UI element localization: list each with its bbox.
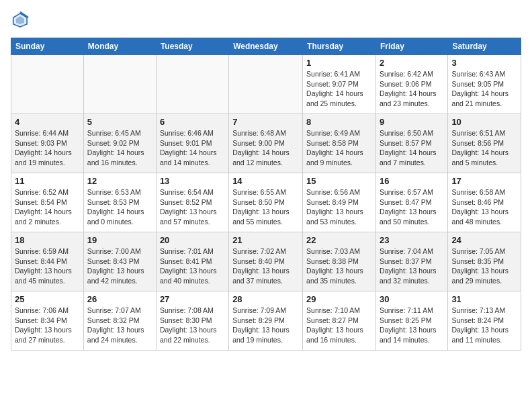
- day-info: Sunrise: 7:06 AM Sunset: 8:34 PM Dayligh…: [15, 306, 80, 345]
- day-number: 16: [380, 176, 444, 186]
- day-number: 3: [451, 58, 517, 68]
- calendar-cell-28: 24Sunrise: 7:05 AM Sunset: 8:35 PM Dayli…: [448, 232, 521, 291]
- day-info: Sunrise: 6:56 AM Sunset: 8:49 PM Dayligh…: [306, 187, 372, 227]
- day-info: Sunrise: 6:48 AM Sunset: 9:00 PM Dayligh…: [232, 128, 299, 168]
- day-info: Sunrise: 6:55 AM Sunset: 8:50 PM Dayligh…: [232, 187, 299, 227]
- calendar-cell-27: 23Sunrise: 7:04 AM Sunset: 8:37 PM Dayli…: [375, 232, 447, 291]
- day-info: Sunrise: 6:42 AM Sunset: 9:06 PM Dayligh…: [380, 69, 444, 109]
- weekday-header-tuesday: Tuesday: [156, 38, 228, 55]
- day-number: 5: [87, 117, 152, 127]
- calendar-cell-17: 13Sunrise: 6:54 AM Sunset: 8:52 PM Dayli…: [156, 173, 228, 232]
- day-info: Sunrise: 7:05 AM Sunset: 8:35 PM Dayligh…: [451, 246, 517, 286]
- day-number: 28: [232, 294, 299, 304]
- weekday-header-friday: Friday: [375, 38, 447, 55]
- day-number: 4: [15, 117, 80, 127]
- calendar-cell-3: [156, 55, 228, 114]
- calendar-table: SundayMondayTuesdayWednesdayThursdayFrid…: [11, 38, 521, 351]
- day-info: Sunrise: 7:10 AM Sunset: 8:27 PM Dayligh…: [306, 306, 372, 345]
- day-number: 15: [306, 176, 372, 186]
- day-number: 20: [160, 235, 225, 245]
- calendar-cell-11: 7Sunrise: 6:48 AM Sunset: 9:00 PM Daylig…: [229, 114, 303, 173]
- calendar-cell-20: 16Sunrise: 6:57 AM Sunset: 8:47 PM Dayli…: [375, 173, 447, 232]
- day-number: 25: [15, 294, 80, 304]
- calendar-cell-9: 5Sunrise: 6:45 AM Sunset: 9:02 PM Daylig…: [83, 114, 156, 173]
- calendar-cell-21: 17Sunrise: 6:58 AM Sunset: 8:46 PM Dayli…: [448, 173, 521, 232]
- calendar-cell-14: 10Sunrise: 6:51 AM Sunset: 8:56 PM Dayli…: [448, 114, 521, 173]
- weekday-header-row: SundayMondayTuesdayWednesdayThursdayFrid…: [11, 38, 521, 55]
- day-info: Sunrise: 6:51 AM Sunset: 8:56 PM Dayligh…: [451, 128, 517, 168]
- day-info: Sunrise: 7:00 AM Sunset: 8:43 PM Dayligh…: [87, 246, 152, 286]
- day-number: 19: [87, 235, 152, 245]
- day-info: Sunrise: 6:45 AM Sunset: 9:02 PM Dayligh…: [87, 128, 152, 168]
- calendar-cell-33: 29Sunrise: 7:10 AM Sunset: 8:27 PM Dayli…: [303, 291, 376, 351]
- day-info: Sunrise: 7:09 AM Sunset: 8:29 PM Dayligh…: [232, 306, 299, 345]
- calendar-week-1: 1Sunrise: 6:41 AM Sunset: 9:07 PM Daylig…: [11, 55, 521, 114]
- logo-icon: [11, 11, 30, 30]
- day-number: 22: [306, 235, 372, 245]
- calendar-cell-7: 3Sunrise: 6:43 AM Sunset: 9:05 PM Daylig…: [448, 55, 521, 114]
- day-number: 10: [451, 117, 517, 127]
- day-info: Sunrise: 7:01 AM Sunset: 8:41 PM Dayligh…: [160, 246, 225, 286]
- day-number: 17: [451, 176, 517, 186]
- day-number: 7: [232, 117, 299, 127]
- day-number: 14: [232, 176, 299, 186]
- calendar-cell-26: 22Sunrise: 7:03 AM Sunset: 8:38 PM Dayli…: [303, 232, 376, 291]
- day-number: 1: [306, 58, 372, 68]
- day-info: Sunrise: 7:03 AM Sunset: 8:38 PM Dayligh…: [306, 246, 372, 286]
- day-info: Sunrise: 6:46 AM Sunset: 9:01 PM Dayligh…: [160, 128, 225, 168]
- calendar-cell-2: [83, 55, 156, 114]
- calendar-cell-22: 18Sunrise: 6:59 AM Sunset: 8:44 PM Dayli…: [11, 232, 84, 291]
- weekday-header-thursday: Thursday: [303, 38, 376, 55]
- calendar-cell-30: 26Sunrise: 7:07 AM Sunset: 8:32 PM Dayli…: [83, 291, 156, 351]
- day-info: Sunrise: 6:44 AM Sunset: 9:03 PM Dayligh…: [15, 128, 80, 168]
- day-number: 21: [232, 235, 299, 245]
- day-number: 23: [380, 235, 444, 245]
- weekday-header-wednesday: Wednesday: [229, 38, 303, 55]
- calendar-cell-19: 15Sunrise: 6:56 AM Sunset: 8:49 PM Dayli…: [303, 173, 376, 232]
- calendar-week-2: 4Sunrise: 6:44 AM Sunset: 9:03 PM Daylig…: [11, 114, 521, 173]
- calendar-cell-24: 20Sunrise: 7:01 AM Sunset: 8:41 PM Dayli…: [156, 232, 228, 291]
- day-number: 13: [160, 176, 225, 186]
- page-header: [11, 11, 521, 30]
- day-info: Sunrise: 6:41 AM Sunset: 9:07 PM Dayligh…: [306, 69, 372, 109]
- day-number: 12: [87, 176, 152, 186]
- calendar-cell-6: 2Sunrise: 6:42 AM Sunset: 9:06 PM Daylig…: [375, 55, 447, 114]
- calendar-cell-34: 30Sunrise: 7:11 AM Sunset: 8:25 PM Dayli…: [375, 291, 447, 351]
- calendar-cell-12: 8Sunrise: 6:49 AM Sunset: 8:58 PM Daylig…: [303, 114, 376, 173]
- calendar-cell-1: [11, 55, 84, 114]
- day-info: Sunrise: 7:11 AM Sunset: 8:25 PM Dayligh…: [380, 306, 444, 345]
- day-info: Sunrise: 6:58 AM Sunset: 8:46 PM Dayligh…: [451, 187, 517, 227]
- day-info: Sunrise: 6:43 AM Sunset: 9:05 PM Dayligh…: [451, 69, 517, 109]
- day-number: 29: [306, 294, 372, 304]
- day-number: 8: [306, 117, 372, 127]
- day-number: 2: [380, 58, 444, 68]
- day-number: 31: [451, 294, 517, 304]
- calendar-body: 1Sunrise: 6:41 AM Sunset: 9:07 PM Daylig…: [11, 55, 521, 351]
- day-info: Sunrise: 6:54 AM Sunset: 8:52 PM Dayligh…: [160, 187, 225, 227]
- weekday-header-monday: Monday: [83, 38, 156, 55]
- day-info: Sunrise: 6:52 AM Sunset: 8:54 PM Dayligh…: [15, 187, 80, 227]
- day-info: Sunrise: 6:57 AM Sunset: 8:47 PM Dayligh…: [380, 187, 444, 227]
- day-info: Sunrise: 7:08 AM Sunset: 8:30 PM Dayligh…: [160, 306, 225, 345]
- calendar-cell-10: 6Sunrise: 6:46 AM Sunset: 9:01 PM Daylig…: [156, 114, 228, 173]
- day-info: Sunrise: 6:49 AM Sunset: 8:58 PM Dayligh…: [306, 128, 372, 168]
- calendar-cell-13: 9Sunrise: 6:50 AM Sunset: 8:57 PM Daylig…: [375, 114, 447, 173]
- weekday-header-sunday: Sunday: [11, 38, 84, 55]
- day-number: 27: [160, 294, 225, 304]
- calendar-cell-15: 11Sunrise: 6:52 AM Sunset: 8:54 PM Dayli…: [11, 173, 84, 232]
- calendar-cell-25: 21Sunrise: 7:02 AM Sunset: 8:40 PM Dayli…: [229, 232, 303, 291]
- calendar-week-5: 25Sunrise: 7:06 AM Sunset: 8:34 PM Dayli…: [11, 291, 521, 351]
- calendar-cell-5: 1Sunrise: 6:41 AM Sunset: 9:07 PM Daylig…: [303, 55, 376, 114]
- day-info: Sunrise: 7:02 AM Sunset: 8:40 PM Dayligh…: [232, 246, 299, 286]
- day-info: Sunrise: 7:13 AM Sunset: 8:24 PM Dayligh…: [451, 306, 517, 345]
- calendar-cell-35: 31Sunrise: 7:13 AM Sunset: 8:24 PM Dayli…: [448, 291, 521, 351]
- day-info: Sunrise: 6:50 AM Sunset: 8:57 PM Dayligh…: [380, 128, 444, 168]
- calendar-week-4: 18Sunrise: 6:59 AM Sunset: 8:44 PM Dayli…: [11, 232, 521, 291]
- day-info: Sunrise: 6:59 AM Sunset: 8:44 PM Dayligh…: [15, 246, 80, 286]
- day-info: Sunrise: 6:53 AM Sunset: 8:53 PM Dayligh…: [87, 187, 152, 227]
- day-number: 30: [380, 294, 444, 304]
- day-info: Sunrise: 7:04 AM Sunset: 8:37 PM Dayligh…: [380, 246, 444, 286]
- logo: [11, 11, 32, 30]
- calendar-cell-32: 28Sunrise: 7:09 AM Sunset: 8:29 PM Dayli…: [229, 291, 303, 351]
- calendar-cell-16: 12Sunrise: 6:53 AM Sunset: 8:53 PM Dayli…: [83, 173, 156, 232]
